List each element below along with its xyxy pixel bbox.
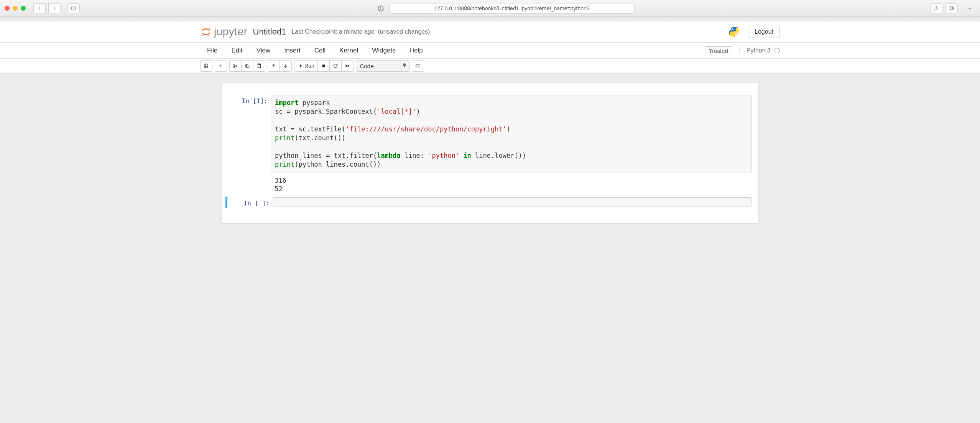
- run-button[interactable]: Run: [294, 60, 318, 72]
- kernel-name-text: Python 3: [747, 47, 771, 54]
- interrupt-button[interactable]: [317, 60, 330, 72]
- jupyter-logo-icon: [200, 26, 212, 38]
- share-button[interactable]: [930, 3, 942, 13]
- svg-rect-0: [72, 7, 76, 10]
- code-input[interactable]: [273, 197, 751, 207]
- toolbar: Run Code: [191, 59, 789, 73]
- restart-run-all-button[interactable]: [341, 60, 354, 72]
- menu-edit[interactable]: Edit: [224, 44, 249, 57]
- warning-circle-icon: [377, 5, 384, 12]
- svg-rect-16: [322, 65, 325, 67]
- menu-help[interactable]: Help: [403, 44, 430, 57]
- code-input[interactable]: import pyspark sc = pyspark.SparkContext…: [271, 95, 751, 172]
- window-controls: [5, 6, 26, 11]
- menu-file[interactable]: File: [200, 44, 224, 57]
- menu-insert[interactable]: Insert: [277, 44, 307, 57]
- notebook-header: jupyter Untitled1 Last Checkpoint: a min…: [191, 21, 789, 42]
- svg-point-8: [208, 35, 209, 36]
- kernel-idle-icon: [774, 48, 780, 53]
- maximize-window-button[interactable]: [21, 6, 26, 11]
- svg-point-6: [209, 28, 210, 29]
- svg-point-7: [202, 35, 203, 36]
- kernel-indicator[interactable]: Python 3: [739, 47, 780, 54]
- cell-type-value: Code: [360, 63, 374, 69]
- restart-icon: [333, 63, 338, 69]
- save-button[interactable]: [200, 60, 212, 72]
- sidebar-icon: [71, 6, 76, 11]
- paste-button[interactable]: [253, 60, 265, 72]
- address-bar[interactable]: 127.0.0.1:8888/notebooks/Untitled1.ipynb…: [389, 3, 635, 14]
- output-cell: .316 52: [225, 173, 755, 197]
- menubar: FileEditViewInsertCellKernelWidgetsHelp …: [191, 43, 789, 58]
- svg-point-10: [735, 35, 735, 36]
- menu-view[interactable]: View: [250, 44, 278, 57]
- output-text: 316 52: [271, 174, 751, 196]
- arrow-down-icon: [283, 63, 288, 69]
- jupyter-logo-text: jupyter: [214, 26, 248, 38]
- url-text: 127.0.0.1:8888/notebooks/Untitled1.ipynb…: [434, 5, 589, 11]
- code-cell[interactable]: In [ ]:: [225, 197, 755, 208]
- svg-rect-13: [247, 65, 249, 68]
- menu-widgets[interactable]: Widgets: [365, 44, 402, 57]
- plus-icon: [218, 63, 224, 69]
- minimize-window-button[interactable]: [13, 6, 18, 11]
- logout-button[interactable]: Logout: [748, 26, 780, 38]
- scissors-icon: [233, 63, 238, 69]
- trusted-indicator[interactable]: Trusted: [705, 46, 732, 55]
- restart-button[interactable]: [329, 60, 342, 72]
- share-icon: [934, 6, 939, 11]
- new-tab-button[interactable]: +: [964, 0, 975, 17]
- menu-kernel[interactable]: Kernel: [332, 44, 365, 57]
- run-label: Run: [304, 63, 314, 69]
- move-down-button[interactable]: [280, 60, 292, 72]
- save-icon: [204, 63, 209, 69]
- code-cell[interactable]: In [1]:import pyspark sc = pyspark.Spark…: [225, 94, 755, 173]
- input-prompt: In [1]:: [229, 95, 271, 172]
- close-window-button[interactable]: [5, 6, 10, 11]
- chevron-left-icon: [37, 6, 42, 11]
- jupyter-logo[interactable]: jupyter: [200, 26, 248, 38]
- notebook-name[interactable]: Untitled1: [253, 27, 286, 37]
- browser-chrome: 127.0.0.1:8888/notebooks/Untitled1.ipynb…: [0, 0, 980, 17]
- cut-button[interactable]: [229, 60, 242, 72]
- copy-icon: [245, 63, 250, 69]
- menu-cell[interactable]: Cell: [307, 44, 332, 57]
- svg-point-9: [732, 28, 733, 29]
- site-info-icon[interactable]: [375, 3, 386, 13]
- checkpoint-status: Last Checkpoint: a minute ago (unsaved c…: [291, 28, 430, 35]
- run-icon: [298, 63, 303, 69]
- keyboard-icon: [415, 63, 421, 69]
- move-up-button[interactable]: [268, 60, 280, 72]
- svg-point-4: [380, 9, 381, 10]
- paste-icon: [257, 63, 262, 69]
- fast-forward-icon: [345, 63, 350, 69]
- copy-button[interactable]: [241, 60, 253, 72]
- tabs-icon: [949, 6, 954, 11]
- insert-cell-button[interactable]: [215, 60, 227, 72]
- notebook-container: In [1]:import pyspark sc = pyspark.Spark…: [222, 83, 758, 223]
- input-prompt: In [ ]:: [230, 197, 273, 207]
- chevron-right-icon: [52, 6, 57, 11]
- forward-button[interactable]: [48, 3, 61, 13]
- arrow-up-icon: [271, 63, 276, 69]
- svg-rect-17: [416, 65, 420, 67]
- python-logo-icon: [727, 25, 740, 38]
- tabs-button[interactable]: [945, 3, 958, 13]
- stop-icon: [321, 63, 326, 69]
- sidebar-toggle-button[interactable]: [67, 3, 80, 13]
- back-button[interactable]: [33, 3, 46, 13]
- command-palette-button[interactable]: [412, 60, 424, 72]
- cell-type-select[interactable]: Code: [356, 60, 409, 72]
